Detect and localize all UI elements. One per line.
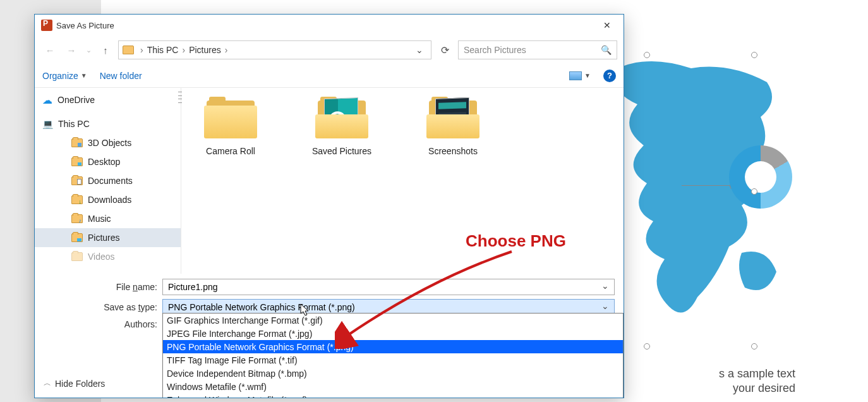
tree-label: Downloads <box>88 195 131 205</box>
save-as-dialog: Save As Picture ✕ ← → ⌄ ↑ › This PC › Pi… <box>34 14 624 398</box>
help-button[interactable]: ? <box>603 70 616 82</box>
chevron-down-icon: ▼ <box>584 72 591 79</box>
chevron-down-icon: ▼ <box>81 72 87 79</box>
tree-music[interactable]: Music <box>35 209 181 228</box>
type-option[interactable]: GIF Graphics Interchange Format (*.gif) <box>163 314 623 327</box>
annotation-text: Choose PNG <box>466 231 566 251</box>
recent-dropdown[interactable]: ⌄ <box>84 41 93 59</box>
text-line: your desired <box>719 381 795 396</box>
onedrive-icon: ☁ <box>42 94 52 106</box>
type-option[interactable]: Device Independent Bitmap (*.bmp) <box>163 367 623 380</box>
dialog-title: Save As Picture <box>56 21 594 30</box>
navigation-bar: ← → ⌄ ↑ › This PC › Pictures › ⌄ ⟳ Searc… <box>35 36 624 64</box>
tree-documents[interactable]: Documents <box>35 171 181 190</box>
navigation-tree: ☁ OneDrive 💻 This PC 3D Objects Desktop … <box>35 88 181 274</box>
file-name-input[interactable]: Picture1.png <box>162 279 615 295</box>
folder-icon <box>123 46 134 54</box>
save-type-label: Save as type: <box>44 302 162 312</box>
breadcrumb-separator: › <box>182 45 185 55</box>
organize-button[interactable]: Organize ▼ <box>42 71 87 81</box>
tree-pictures[interactable]: Pictures <box>35 228 181 247</box>
view-mode-button[interactable]: ▼ <box>569 71 591 80</box>
type-option[interactable]: JPEG File Interchange Format (*.jpg) <box>163 327 623 340</box>
folder-icon <box>71 214 83 223</box>
organize-label: Organize <box>42 71 78 81</box>
tree-label: 3D Objects <box>88 138 131 148</box>
powerpoint-icon <box>41 20 52 31</box>
tree-label: Documents <box>88 176 133 186</box>
tree-this-pc[interactable]: 💻 This PC <box>35 114 181 133</box>
tree-label: Videos <box>88 252 115 262</box>
search-icon: 🔍 <box>601 45 612 55</box>
tree-label: Music <box>88 214 111 224</box>
selection-handle[interactable] <box>751 188 757 195</box>
folder-icon <box>71 176 83 185</box>
folder-icon <box>71 233 83 242</box>
slide-sample-text: s a sample text your desired <box>719 367 795 396</box>
folder-label: Saved Pictures <box>312 146 371 156</box>
tree-label: Desktop <box>88 157 120 167</box>
type-option[interactable]: Enhanced Windows Metafile (*.emf) <box>163 393 623 398</box>
address-bar[interactable]: › This PC › Pictures › ⌄ <box>118 40 431 59</box>
address-dropdown-icon[interactable]: ⌄ <box>416 45 423 55</box>
breadcrumb-separator: › <box>225 45 228 55</box>
tree-label: This PC <box>58 119 90 129</box>
folder-label: Screenshots <box>428 146 478 156</box>
hide-folders-label: Hide Folders <box>55 379 105 389</box>
hide-folders-button[interactable]: ︿ Hide Folders <box>44 378 105 389</box>
folder-icon <box>71 252 83 261</box>
save-type-dropdown[interactable]: GIF Graphics Interchange Format (*.gif)J… <box>162 313 624 398</box>
type-option[interactable]: TIFF Tag Image File Format (*.tif) <box>163 353 623 367</box>
selection-handle[interactable] <box>751 343 757 350</box>
folder-icon <box>71 195 83 204</box>
chart-connector <box>682 185 732 186</box>
search-placeholder: Search Pictures <box>464 45 526 55</box>
save-type-value: PNG Portable Network Graphics Format (*.… <box>168 302 355 312</box>
donut-chart[interactable] <box>729 145 792 209</box>
type-option[interactable]: Windows Metafile (*.wmf) <box>163 380 623 393</box>
tree-videos[interactable]: Videos <box>35 247 181 266</box>
search-input[interactable]: Search Pictures 🔍 <box>458 40 617 59</box>
breadcrumb-root[interactable]: This PC <box>147 45 179 55</box>
chevron-up-icon: ︿ <box>44 378 51 389</box>
folder-screenshots[interactable]: Screenshots <box>415 97 491 156</box>
tree-desktop[interactable]: Desktop <box>35 152 181 171</box>
save-form: File name: Picture1.png Save as type: PN… <box>35 274 624 398</box>
file-name-value: Picture1.png <box>168 282 218 292</box>
selection-handle[interactable] <box>751 52 757 58</box>
tree-onedrive[interactable]: ☁ OneDrive <box>35 90 181 109</box>
refresh-button[interactable]: ⟳ <box>435 40 454 59</box>
selection-handle[interactable] <box>644 343 650 350</box>
titlebar: Save As Picture ✕ <box>35 15 624 36</box>
new-folder-button[interactable]: New folder <box>100 71 142 81</box>
up-button[interactable]: ↑ <box>97 41 114 59</box>
folder-saved-pictures[interactable]: Saved Pictures <box>304 97 380 156</box>
folder-label: Camera Roll <box>206 146 255 156</box>
breadcrumb-current[interactable]: Pictures <box>189 45 221 55</box>
tree-3d-objects[interactable]: 3D Objects <box>35 133 181 152</box>
type-option[interactable]: PNG Portable Network Graphics Format (*.… <box>163 340 623 353</box>
forward-button[interactable]: → <box>63 41 80 59</box>
authors-label: Authors: <box>44 319 162 329</box>
splitter-grip[interactable] <box>178 92 182 103</box>
close-button[interactable]: ✕ <box>594 16 620 34</box>
pc-icon: 💻 <box>42 119 53 129</box>
tree-downloads[interactable]: Downloads <box>35 190 181 209</box>
back-button[interactable]: ← <box>41 41 59 59</box>
breadcrumb-separator: › <box>140 45 143 55</box>
tree-label: OneDrive <box>57 95 95 105</box>
selection-handle[interactable] <box>644 52 650 58</box>
thumbnails-icon <box>569 71 582 80</box>
folder-camera-roll[interactable]: Camera Roll <box>193 97 268 156</box>
tree-label: Pictures <box>88 233 120 243</box>
folder-icon <box>71 138 83 147</box>
toolbar: Organize ▼ New folder ▼ ? <box>35 64 624 88</box>
file-name-label: File name: <box>44 282 162 292</box>
text-line: s a sample text <box>719 367 795 381</box>
folder-icon <box>71 157 83 166</box>
